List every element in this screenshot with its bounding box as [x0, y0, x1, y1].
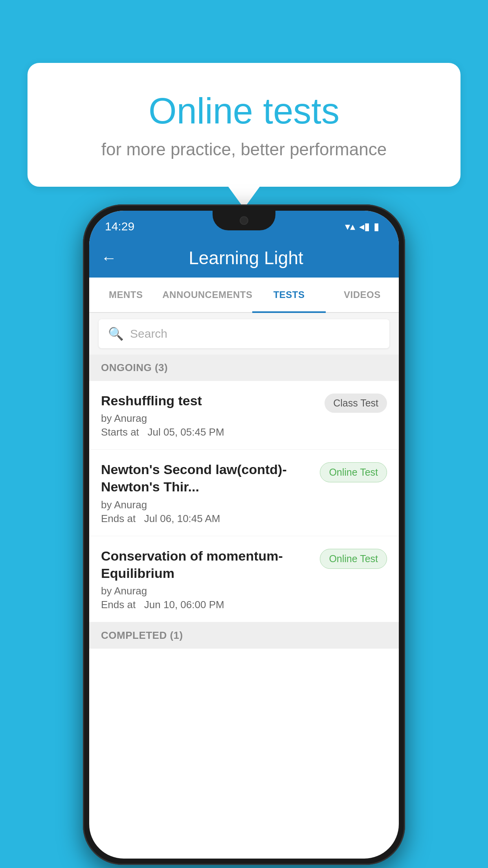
phone-outer: 14:29 ▾▴ ◂▮ ▮ ← Learning Light MENTS ANN…: [83, 204, 405, 865]
speech-bubble-wrapper: Online tests for more practice, better p…: [28, 63, 460, 208]
app-bar: ← Learning Light: [89, 238, 399, 278]
search-bar[interactable]: 🔍 Search: [99, 319, 389, 348]
test-info-1: Reshuffling test by Anurag Starts at Jul…: [101, 392, 318, 438]
test-date-3: Ends at Jun 10, 06:00 PM: [101, 599, 314, 611]
completed-label: COMPLETED (1): [101, 629, 183, 641]
phone-wrapper: 14:29 ▾▴ ◂▮ ▮ ← Learning Light MENTS ANN…: [83, 204, 405, 865]
tab-ments[interactable]: MENTS: [89, 278, 162, 312]
test-item-2[interactable]: Newton's Second law(contd)-Newton's Thir…: [89, 450, 399, 536]
wifi-icon: ▾▴: [345, 221, 355, 233]
phone-notch: [213, 211, 275, 230]
search-input[interactable]: Search: [130, 327, 167, 340]
search-container: 🔍 Search: [89, 313, 399, 355]
test-title-3: Conservation of momentum-Equilibrium: [101, 547, 314, 582]
speech-bubble-subtitle: for more practice, better performance: [59, 140, 429, 159]
tab-videos[interactable]: VIDEOS: [326, 278, 399, 312]
test-item-1[interactable]: Reshuffling test by Anurag Starts at Jul…: [89, 381, 399, 450]
status-time: 14:29: [105, 220, 134, 233]
tab-tests[interactable]: TESTS: [252, 278, 325, 312]
test-author-2: by Anurag: [101, 499, 314, 511]
test-badge-1: Class Test: [325, 394, 387, 413]
completed-section-header: COMPLETED (1): [89, 622, 399, 649]
camera-icon: [240, 216, 248, 225]
test-date-2: Ends at Jul 06, 10:45 AM: [101, 513, 314, 525]
tab-announcements[interactable]: ANNOUNCEMENTS: [162, 278, 252, 312]
app-bar-title: Learning Light: [128, 247, 363, 268]
test-title-2: Newton's Second law(contd)-Newton's Thir…: [101, 461, 314, 495]
tabs-bar: MENTS ANNOUNCEMENTS TESTS VIDEOS: [89, 278, 399, 313]
signal-icon: ◂▮: [359, 221, 370, 233]
test-title-1: Reshuffling test: [101, 392, 318, 409]
battery-icon: ▮: [374, 221, 379, 233]
speech-bubble-title: Online tests: [59, 90, 429, 132]
ongoing-section-header: ONGOING (3): [89, 355, 399, 381]
test-badge-3: Online Test: [320, 549, 387, 569]
back-button[interactable]: ←: [101, 249, 117, 267]
test-info-2: Newton's Second law(contd)-Newton's Thir…: [101, 461, 314, 524]
test-item-3[interactable]: Conservation of momentum-Equilibrium by …: [89, 536, 399, 622]
ongoing-label: ONGOING (3): [101, 362, 168, 373]
test-info-3: Conservation of momentum-Equilibrium by …: [101, 547, 314, 611]
test-badge-2: Online Test: [320, 462, 387, 482]
test-author-1: by Anurag: [101, 412, 318, 425]
status-icons: ▾▴ ◂▮ ▮: [345, 221, 379, 233]
speech-bubble: Online tests for more practice, better p…: [28, 63, 460, 187]
test-date-1: Starts at Jul 05, 05:45 PM: [101, 426, 318, 438]
phone-screen: 14:29 ▾▴ ◂▮ ▮ ← Learning Light MENTS ANN…: [89, 211, 399, 859]
search-icon: 🔍: [108, 326, 124, 341]
test-author-3: by Anurag: [101, 585, 314, 597]
